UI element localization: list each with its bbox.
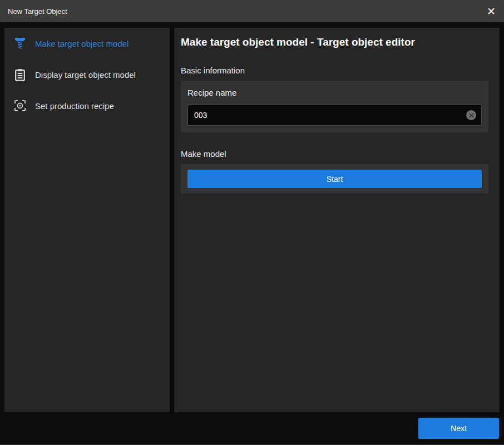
new-target-object-dialog: { "window": { "title": "New Target Objec… xyxy=(0,0,504,445)
sidebar-item-make-target-object-model[interactable]: Make target object model xyxy=(4,28,170,59)
make-model-heading: Make model xyxy=(181,149,488,159)
recipe-name-input-wrap xyxy=(187,105,482,126)
start-button[interactable]: Start xyxy=(187,170,482,188)
window-title: New Target Object xyxy=(8,7,67,16)
recipe-name-label: Recipe name xyxy=(187,88,482,97)
screw-icon xyxy=(14,37,26,50)
make-model-card: Start xyxy=(181,164,488,194)
next-button[interactable]: Next xyxy=(418,418,499,439)
page-title: Make target object model - Target object… xyxy=(181,34,488,48)
titlebar: New Target Object ✕ xyxy=(0,0,504,22)
close-icon[interactable]: ✕ xyxy=(478,0,504,22)
sidebar-item-label: Set production recipe xyxy=(35,101,114,111)
sidebar-item-display-target-object-model[interactable]: Display target object model xyxy=(4,59,170,90)
clear-input-icon[interactable] xyxy=(466,110,476,120)
clipboard-icon xyxy=(14,68,26,81)
viewfinder-icon xyxy=(14,99,26,112)
sidebar-item-label: Display target object model xyxy=(35,70,136,80)
main-panel: Make target object model - Target object… xyxy=(174,28,500,412)
sidebar-item-label: Make target object model xyxy=(35,39,129,48)
basic-information-heading: Basic information xyxy=(181,66,488,75)
sidebar-item-set-production-recipe[interactable]: Set production recipe xyxy=(4,90,170,121)
basic-information-card: Recipe name xyxy=(181,81,488,132)
step-sidebar: Make target object model Display target … xyxy=(4,28,170,412)
dialog-footer: Next xyxy=(0,412,504,444)
recipe-name-input[interactable] xyxy=(187,105,482,126)
dialog-body: Make target object model Display target … xyxy=(4,28,500,412)
